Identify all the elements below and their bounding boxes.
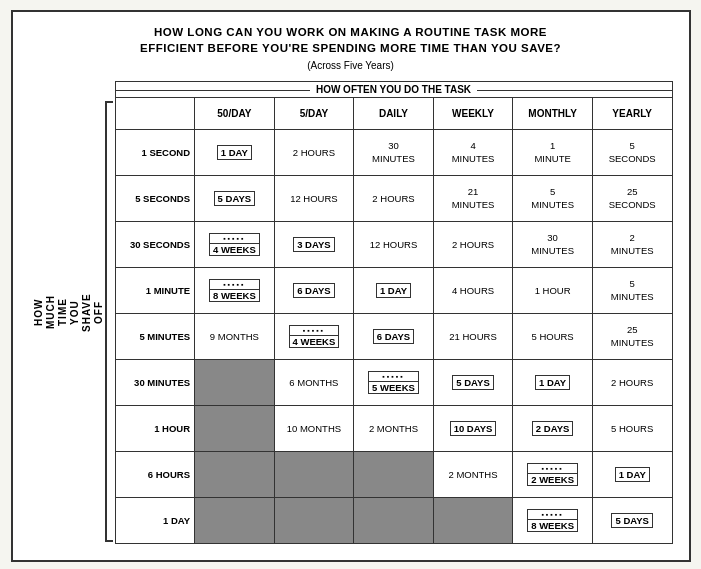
cell-2-1: 3 DAYS [274, 222, 354, 268]
cell-5-4: 1 DAY [513, 360, 593, 406]
y-axis-label: HOWMUCHTIMEYOUSHAVEOFF [29, 81, 105, 544]
cell-8-3 [433, 498, 513, 544]
cell-7-0 [195, 452, 275, 498]
cell-8-4: ▪▪▪▪▪8 WEEKS [513, 498, 593, 544]
cell-1-1: 12 HOURS [274, 176, 354, 222]
cell-7-4: ▪▪▪▪▪2 WEEKS [513, 452, 593, 498]
cell-1-0: 5 DAYS [195, 176, 275, 222]
col-header-1: 5/Day [274, 98, 354, 130]
cell-3-4: 1 HOUR [513, 268, 593, 314]
cell-4-5: 25MINUTES [592, 314, 672, 360]
cell-0-1: 2 HOURS [274, 130, 354, 176]
cell-2-4: 30MINUTES [513, 222, 593, 268]
cell-7-2 [354, 452, 434, 498]
cell-1-2: 2 HOURS [354, 176, 434, 222]
cell-4-4: 5 HOURS [513, 314, 593, 360]
cell-5-2: ▪▪▪▪▪5 WEEKS [354, 360, 434, 406]
cell-4-2: 6 DAYS [354, 314, 434, 360]
cell-1-5: 25SECONDS [592, 176, 672, 222]
cell-1-3: 21MINUTES [433, 176, 513, 222]
col-header-5: Yearly [592, 98, 672, 130]
cell-2-3: 2 HOURS [433, 222, 513, 268]
cell-5-1: 6 MONTHS [274, 360, 354, 406]
cell-3-0: ▪▪▪▪▪8 WEEKS [195, 268, 275, 314]
cell-8-1 [274, 498, 354, 544]
cell-5-5: 2 HOURS [592, 360, 672, 406]
cell-6-0 [195, 406, 275, 452]
data-table: 50/Day 5/Day Daily Weekly Monthly Yearly… [115, 97, 673, 544]
corner-header [115, 98, 195, 130]
cell-7-5: 1 DAY [592, 452, 672, 498]
cell-6-3: 10 DAYS [433, 406, 513, 452]
cell-6-4: 2 DAYS [513, 406, 593, 452]
chart-wrapper: HOWMUCHTIMEYOUSHAVEOFF How Often You Do … [29, 81, 673, 544]
row-header-4: 5 Minutes [115, 314, 195, 360]
cell-2-5: 2MINUTES [592, 222, 672, 268]
cell-4-1: ▪▪▪▪▪4 WEEKS [274, 314, 354, 360]
row-header-1: 5 Seconds [115, 176, 195, 222]
cell-0-5: 5SECONDS [592, 130, 672, 176]
cell-5-3: 5 DAYS [433, 360, 513, 406]
cell-3-1: 6 DAYS [274, 268, 354, 314]
chart-title: How long can you work on making a routin… [29, 24, 673, 56]
main-container: How long can you work on making a routin… [11, 10, 691, 562]
cell-3-2: 1 DAY [354, 268, 434, 314]
cell-3-5: 5MINUTES [592, 268, 672, 314]
cell-8-5: 5 DAYS [592, 498, 672, 544]
cell-3-3: 4 HOURS [433, 268, 513, 314]
col-header-4: Monthly [513, 98, 593, 130]
cell-7-3: 2 MONTHS [433, 452, 513, 498]
cell-8-2 [354, 498, 434, 544]
col-header-3: Weekly [433, 98, 513, 130]
cell-8-0 [195, 498, 275, 544]
cell-4-0: 9 MONTHS [195, 314, 275, 360]
row-header-3: 1 Minute [115, 268, 195, 314]
cell-4-3: 21 HOURS [433, 314, 513, 360]
col-header-0: 50/Day [195, 98, 275, 130]
row-header-2: 30 Seconds [115, 222, 195, 268]
row-header-7: 6 Hours [115, 452, 195, 498]
row-header-6: 1 Hour [115, 406, 195, 452]
cell-0-3: 4MINUTES [433, 130, 513, 176]
cell-0-0: 1 DAY [195, 130, 275, 176]
cell-1-4: 5MINUTES [513, 176, 593, 222]
y-bracket [105, 81, 115, 544]
row-header-0: 1 Second [115, 130, 195, 176]
cell-5-0 [195, 360, 275, 406]
cell-0-2: 30MINUTES [354, 130, 434, 176]
chart-subtitle: (Across Five Years) [29, 60, 673, 71]
cell-2-2: 12 HOURS [354, 222, 434, 268]
table-section: How Often You Do the Task 50/Day 5/Day D… [115, 81, 673, 544]
cell-0-4: 1MINUTE [513, 130, 593, 176]
x-axis-header: How Often You Do the Task [115, 81, 673, 97]
cell-7-1 [274, 452, 354, 498]
row-header-5: 30 Minutes [115, 360, 195, 406]
col-header-2: Daily [354, 98, 434, 130]
cell-6-1: 10 MONTHS [274, 406, 354, 452]
row-header-8: 1 Day [115, 498, 195, 544]
cell-6-5: 5 HOURS [592, 406, 672, 452]
cell-2-0: ▪▪▪▪▪4 WEEKS [195, 222, 275, 268]
cell-6-2: 2 MONTHS [354, 406, 434, 452]
